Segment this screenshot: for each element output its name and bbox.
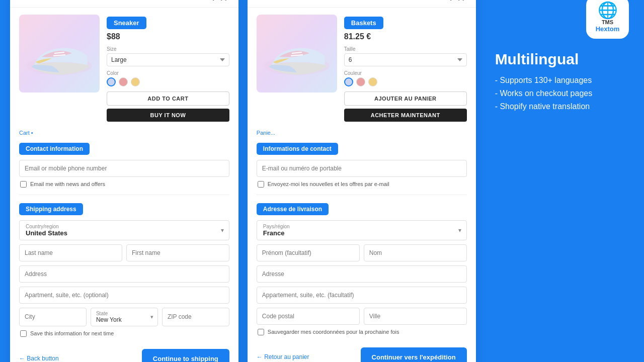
en-color-label: Color [107, 70, 229, 76]
fr-city-text-field[interactable] [364, 308, 467, 325]
en-country-value: United States [25, 229, 224, 237]
en-buy-now-button[interactable]: BUY IT NOW [107, 109, 229, 122]
right-feature-3: - Shopify native translation [495, 102, 629, 111]
fr-newsletter-checkbox[interactable] [258, 181, 264, 188]
en-header-right: United States | USD EN 🔍 🛒 [127, 0, 229, 1]
en-email-field[interactable] [19, 160, 229, 177]
fr-save-row: Sauvegarder mes coordonnées pour la proc… [257, 329, 467, 335]
fr-color-yellow[interactable] [368, 77, 377, 86]
en-product-badge: Sneaker [107, 17, 146, 29]
en-contact-section: Contact information Email me with news a… [10, 139, 238, 195]
main-container: Hextom Translation and Currency United S… [0, 0, 644, 362]
en-card: Hextom Translation and Currency United S… [10, 0, 238, 362]
en-shipping-section: Shipping address Country/region United S… [10, 199, 238, 344]
en-sneaker-svg [22, 21, 97, 86]
en-back-link[interactable]: ← Back button [19, 355, 59, 362]
en-size-select[interactable]: Large Small Medium [107, 53, 229, 66]
fr-lastname-field[interactable] [364, 244, 467, 261]
right-feature-2: - Works on checkout pages [495, 89, 629, 98]
fr-breadcrumb: Panie... [248, 127, 476, 139]
fr-sneaker-svg [259, 21, 335, 86]
fr-apt-field[interactable] [257, 287, 467, 304]
en-continue-button[interactable]: Continue to shipping [142, 349, 229, 363]
fr-country-label: Pays/région [262, 224, 461, 229]
en-address-field[interactable] [19, 265, 229, 283]
fr-add-to-cart-button[interactable]: AJOUTER AU PANIER [344, 92, 467, 106]
fr-contact-section: Informations de contact Envoyez-moi les … [248, 139, 476, 195]
en-product-price: $88 [107, 32, 229, 41]
fr-back-link[interactable]: ← Retour au panier [257, 353, 309, 360]
fr-color-pink[interactable] [356, 77, 365, 86]
fr-country-wrapper[interactable]: Pays/région France [257, 220, 467, 240]
fr-size-label: Taille [344, 46, 467, 52]
fr-address-field[interactable] [257, 265, 467, 283]
en-breadcrumb: Cart • [10, 127, 238, 139]
tms-logo: 🌐 TMS Hextom [586, 0, 629, 39]
right-features-list: - Supports 130+ languages - Works on che… [495, 76, 629, 111]
en-newsletter-checkbox[interactable] [20, 181, 27, 188]
en-lastname-field[interactable] [19, 244, 122, 261]
fr-continue-button[interactable]: Continuer vers l'expédition [361, 347, 467, 363]
fr-buy-now-button[interactable]: ACHETER MAINTENANT [344, 109, 467, 122]
en-save-checkbox[interactable] [20, 330, 27, 337]
en-cart-button[interactable]: 🛒 [220, 0, 229, 1]
fr-header-right: France | EUR FR 🔍 🛒 [382, 0, 467, 1]
en-size-label: Size [107, 46, 229, 52]
en-add-to-cart-button[interactable]: ADD TO CART [107, 92, 229, 106]
en-color-pink[interactable] [119, 77, 128, 86]
fr-save-label: Sauvegarder mes coordonnées pour la proc… [268, 329, 399, 335]
en-product-info: Sneaker $88 Size Large Small Medium Colo… [107, 15, 229, 122]
tms-globe-icon: 🌐 [598, 2, 618, 18]
en-color-row [107, 77, 229, 86]
en-state-wrapper[interactable]: State New York [91, 308, 158, 326]
en-shipping-badge: Shipping address [19, 203, 83, 215]
fr-city-state-zip [257, 308, 467, 325]
en-name-row [19, 244, 229, 261]
tms-label: TMS [602, 19, 613, 25]
en-newsletter-label: Email me with news and offers [30, 181, 105, 187]
fr-save-checkbox[interactable] [258, 329, 264, 335]
fr-firstname-field[interactable] [257, 244, 360, 261]
en-breadcrumb-text: Cart • [19, 130, 33, 136]
fr-store-header: Hextom Translation and Currency France |… [248, 0, 476, 8]
en-firstname-field[interactable] [126, 244, 229, 261]
fr-country-value: France [262, 229, 461, 237]
en-color-blue[interactable] [107, 77, 116, 86]
en-newsletter-row: Email me with news and offers [19, 181, 229, 188]
right-panel: 🌐 TMS Hextom Multilingual - Supports 130… [485, 0, 634, 120]
en-save-label: Save this information for next time [30, 330, 114, 336]
en-country-label: Country/region [25, 224, 224, 229]
en-country-wrapper[interactable]: Country/region United States [19, 220, 229, 240]
fr-product-price: 81.25 € [344, 32, 467, 41]
en-zip-field[interactable] [162, 308, 229, 326]
en-apt-field[interactable] [19, 287, 229, 304]
fr-search-button[interactable]: 🔍 [443, 0, 452, 1]
fr-product-section: Baskets 81.25 € Taille 6 7 8 Couleur AJO… [248, 8, 476, 127]
en-divider [19, 195, 229, 195]
fr-card-footer: ← Retour au panier Continuer vers l'expé… [248, 342, 476, 363]
en-product-image [19, 15, 100, 93]
en-save-row: Save this information for next time [19, 330, 229, 337]
fr-size-select[interactable]: 6 7 8 [344, 53, 467, 66]
fr-product-info: Baskets 81.25 € Taille 6 7 8 Couleur AJO… [344, 15, 467, 122]
fr-color-label: Couleur [344, 70, 467, 76]
fr-header-icons: 🔍 🛒 [443, 0, 467, 1]
fr-card: Hextom Translation and Currency France |… [248, 0, 476, 362]
fr-newsletter-label: Envoyez-moi les nouvelles et les offres … [268, 181, 389, 187]
fr-email-field[interactable] [257, 160, 467, 177]
fr-zip-field[interactable] [257, 308, 360, 325]
en-color-yellow[interactable] [131, 77, 140, 86]
en-city-field[interactable] [19, 308, 87, 326]
fr-divider [257, 195, 467, 195]
fr-shipping-section: Adresse de livraison Pays/région France … [248, 199, 476, 342]
en-city-state-zip: State New York [19, 308, 229, 326]
fr-product-image [257, 15, 337, 93]
fr-color-row [344, 77, 467, 86]
fr-contact-badge: Informations de contact [257, 143, 338, 155]
fr-name-row [257, 244, 467, 261]
en-contact-badge: Contact information [19, 143, 90, 155]
fr-cart-button[interactable]: 🛒 [457, 0, 467, 1]
en-search-button[interactable]: 🔍 [205, 0, 215, 1]
fr-product-badge: Baskets [344, 17, 383, 29]
fr-color-blue[interactable] [344, 77, 353, 86]
